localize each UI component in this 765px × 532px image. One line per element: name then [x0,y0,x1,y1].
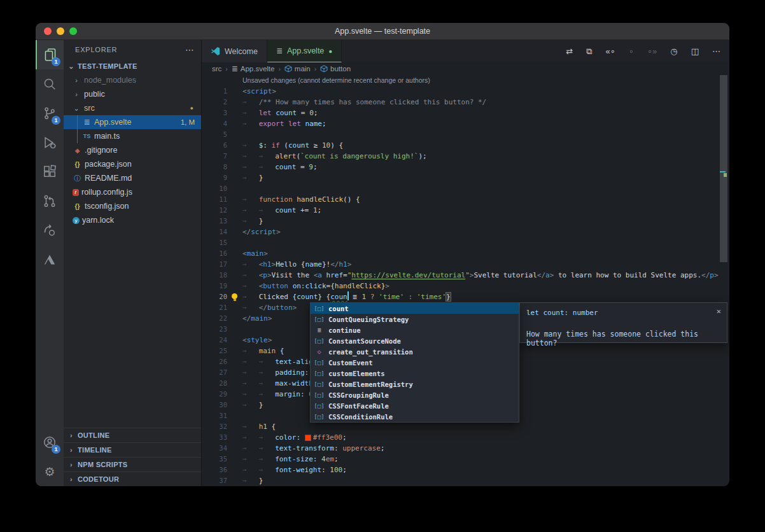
more-actions-icon[interactable]: ⋯ [712,46,720,56]
code-line-3[interactable]: 3→let count = 0; [202,108,729,118]
title-bar[interactable]: App.svelte — test-template [36,23,729,40]
settings-gear-icon[interactable]: ⚙ [36,457,64,486]
code-line-15[interactable]: 15 [202,237,729,248]
file-lines-icon: ≣ [232,64,238,73]
code-line-9[interactable]: 9→} [202,172,729,183]
minimize-window-button[interactable] [57,27,64,35]
run-debug-icon[interactable] [36,128,64,157]
breadcrumb-button[interactable]: button [320,65,351,73]
vscode-logo-icon [211,46,220,56]
tab-app-svelte[interactable]: ≣ App.svelte ● [267,40,342,62]
file-row-readme-md[interactable]: ⓘREADME.md [64,171,201,185]
previous-change-icon[interactable]: «∘ [605,46,615,56]
maximize-window-button[interactable] [69,27,77,35]
suggestion-cssfontfacerule[interactable]: [□]CSSFontFaceRule [311,400,519,411]
code-line-6[interactable]: 6→$: if (count ≥ 10) { [202,140,729,151]
pull-requests-icon[interactable] [36,186,64,216]
file-row-yarn-lock[interactable]: yyarn.lock [64,213,201,227]
code-line-34[interactable]: 34→→text-transform: uppercase; [202,443,729,454]
breadcrumb-src[interactable]: src [212,65,221,73]
suggestion-cssgroupingrule[interactable]: [□]CSSGroupingRule [311,389,519,400]
file-type-lines-icon: ≣ [82,118,92,127]
code-line-7[interactable]: 7→→alert(`count is dangerously high!`); [202,151,729,162]
breadcrumb-app-svelte[interactable]: ≣App.svelte [232,64,275,73]
file-row--gitignore[interactable]: ◆.gitignore [64,143,201,157]
symbol-variable-icon: [□] [314,403,325,409]
unsaved-dot-icon[interactable]: ● [328,48,332,55]
file-row-package-json[interactable]: {}package.json [64,157,201,171]
file-row-node-modules[interactable]: ›node_modules [64,73,201,87]
search-icon[interactable] [36,69,64,99]
code-line-12[interactable]: 12→→count += 1; [202,205,729,216]
lightbulb-icon[interactable] [232,293,237,299]
project-root-folder[interactable]: ⌄ TEST-TEMPLATE [64,59,201,73]
live-share-icon[interactable] [36,216,64,245]
code-line-11[interactable]: 11→function handleClick() { [202,194,729,205]
code-line-10[interactable]: 10 [202,183,729,194]
code-line-5[interactable]: 5 [202,129,729,140]
section-outline[interactable]: ›OUTLINE [64,428,201,442]
current-change-icon[interactable]: ∘ [629,46,634,56]
file-history-icon[interactable]: ◷ [670,46,677,56]
extensions-icon[interactable] [36,157,64,186]
code-line-18[interactable]: 18→<p>Visit the <a href="https://svelte.… [202,270,729,281]
close-window-button[interactable] [44,27,52,35]
close-icon[interactable]: ✕ [717,307,721,316]
file-label: tsconfig.json [85,202,129,211]
suggestion-count[interactable]: [□]count [311,303,519,314]
explorer-more-actions-icon[interactable]: ⋯ [185,45,195,55]
compare-changes-icon[interactable]: ⇄ [566,46,573,56]
code-line-36[interactable]: 36→→font-weight: 100; [202,465,729,475]
file-row-app-svelte[interactable]: ≣App.svelte1, M [64,115,201,129]
file-row-tsconfig-json[interactable]: {}tsconfig.json [64,199,201,213]
code-line-16[interactable]: 16<main> [202,248,729,259]
azure-icon[interactable] [36,245,64,274]
suggestion-countqueuingstrategy[interactable]: [□]CountQueuingStrategy [311,314,519,325]
suggestion-customelementregistry[interactable]: [□]CustomElementRegistry [311,379,519,389]
code-line-19[interactable]: 19→<button on:click={handleClick}> [202,281,729,291]
code-line-14[interactable]: 14</script> [202,227,729,237]
next-change-icon[interactable]: ∘» [647,46,657,56]
code-line-8[interactable]: 8→→count = 9; [202,162,729,172]
file-row-rollup-config-js[interactable]: rrollup.config.js [64,185,201,199]
line-number: 9 [202,172,227,183]
code-editor[interactable]: Unsaved changes (cannot determine recent… [202,75,729,486]
suggestion-customevent[interactable]: [□]CustomEvent [311,357,519,368]
code-line-32[interactable]: 32→h1 { [202,421,729,432]
file-row-public[interactable]: ›public [64,87,201,101]
explorer-icon[interactable]: 1 [36,40,64,69]
suggestion-cssconditionrule[interactable]: [□]CSSConditionRule [311,411,519,422]
file-row-src[interactable]: ⌄src● [64,101,201,115]
section-npm-scripts[interactable]: ›NPM SCRIPTS [64,457,201,472]
code-line-2[interactable]: 2→/** How many times has someone clicked… [202,97,729,108]
file-row-main-ts[interactable]: TSmain.ts [64,129,201,143]
code-line-20[interactable]: 20→Clicked {count} {coun ≡ 1 ? 'time' : … [202,291,729,302]
suggestion-constantsourcenode[interactable]: [□]ConstantSourceNode [311,335,519,346]
code-line-4[interactable]: 4→export let name; [202,118,729,129]
code-line-37[interactable]: 37→} [202,475,729,486]
suggestion-create_out_transition[interactable]: ◇create_out_transition [311,346,519,357]
section-timeline[interactable]: ›TIMELINE [64,442,201,457]
color-swatch [305,435,311,440]
file-type-braces-icon: {} [73,161,82,168]
line-number: 10 [202,183,227,194]
breadcrumb-main[interactable]: main [284,65,311,73]
code-line-13[interactable]: 13→} [202,216,729,227]
line-number: 35 [202,454,227,465]
tab-welcome[interactable]: Welcome [202,40,267,62]
code-line-17[interactable]: 17→<h1>Hello {name}!</h1> [202,259,729,270]
section-codetour[interactable]: ›CODETOUR [64,472,201,486]
section-label: OUTLINE [78,431,109,439]
suggestion-continue[interactable]: ≣continue [311,325,519,335]
account-icon[interactable]: 1 [36,428,64,457]
code-text: →→alert(`count is dangerously high!`); [242,151,427,162]
split-editor-icon[interactable]: ◫ [691,46,699,56]
source-control-icon[interactable]: 1 [36,99,64,128]
scrollbar-slider[interactable] [720,75,727,262]
open-changes-icon[interactable]: ⧉ [586,46,592,57]
file-type-braces-icon: {} [73,203,82,210]
code-line-1[interactable]: 1<script> [202,86,729,97]
code-line-35[interactable]: 35→→font-size: 4em; [202,454,729,465]
code-line-33[interactable]: 33→→color: #ff3e00; [202,432,729,443]
suggestion-customelements[interactable]: [□]customElements [311,368,519,379]
